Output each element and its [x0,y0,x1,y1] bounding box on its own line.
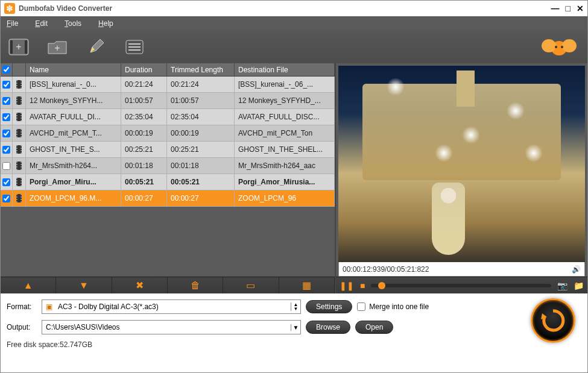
convert-button[interactable] [531,298,575,343]
row-checkbox[interactable] [2,130,10,137]
cell-trimmed: 00:00:27 [167,190,235,206]
move-up-button[interactable]: ▲ [1,277,56,293]
cell-trimmed: 00:05:21 [167,174,235,190]
table-row[interactable]: Porgi_Amor_Miru...00:05:2100:05:21Porgi_… [1,174,335,190]
format-type-icon: ▣ [42,302,55,311]
list-header: Name Duration Trimmed Length Destination… [1,63,335,77]
convert-icon [540,307,566,334]
cell-trimmed: 00:25:21 [167,142,235,157]
playback-time: 00:00:12:939/00:05:21:822 [343,265,429,274]
row-checkbox[interactable] [2,162,10,170]
cell-name: GHOST_IN_THE_S... [26,142,121,157]
cell-name: 12 Monkeys_SYFYH... [26,93,121,108]
row-checkbox[interactable] [2,97,10,105]
split-button[interactable]: ▦ [279,277,335,293]
stop-button[interactable]: ■ [360,281,365,290]
cell-name: AVATAR_FUULL_DI... [26,109,121,125]
window-title: Dumbofab Video Converter [19,4,551,13]
snapshot-button[interactable]: 📷 [557,281,567,290]
cell-destination: GHOST_IN_THE_SHEL... [235,142,335,157]
header-duration[interactable]: Duration [121,63,167,76]
cell-destination: Mr_MrsSmith-h264_aac [235,158,335,174]
cell-duration: 00:01:18 [121,158,167,174]
output-combo[interactable]: C:\Users\ASUS\Videos ▼ [42,320,301,334]
header-trimmed[interactable]: Trimmed Length [167,63,235,76]
table-row[interactable]: ZOOM_LPCM_96.M...00:00:2700:00:27ZOOM_LP… [1,190,335,207]
svg-point-10 [542,39,556,52]
settings-button[interactable]: Settings [306,300,352,313]
table-row[interactable]: 12 Monkeys_SYFYH...01:00:5701:00:5712 Mo… [1,93,335,109]
table-row[interactable]: AVATAR_FUULL_DI...02:35:0402:35:04AVATAR… [1,109,335,125]
output-dropdown-icon[interactable]: ▼ [291,324,300,331]
maximize-button[interactable]: □ [566,4,571,13]
svg-text:+: + [54,43,60,53]
title-bar: Dumbofab Video Converter — □ ✕ [1,1,587,16]
cell-name: Porgi_Amor_Miru... [26,174,121,190]
pencil-icon [87,38,105,56]
film-icon [16,178,22,186]
format-spinner[interactable]: ▲▼ [291,302,300,311]
format-combo[interactable]: ▣ AC3 - Dolby Digital AC-3(*.ac3) ▲▼ [42,299,301,314]
svg-rect-1 [10,40,13,54]
cell-trimmed: 00:01:18 [167,158,235,174]
list-view-button[interactable] [122,36,147,58]
menu-help[interactable]: Help [98,19,113,28]
app-logo-icon [4,3,15,14]
video-preview[interactable] [338,66,585,262]
menu-edit[interactable]: Edit [35,19,48,28]
row-checkbox[interactable] [2,195,10,202]
table-row[interactable]: [BSS]_kurenai_-_0...00:21:2400:21:24[BSS… [1,77,335,93]
clear-button[interactable]: 🗑 [168,277,223,293]
film-icon [16,80,22,89]
remove-button[interactable]: ✖ [112,277,168,293]
close-button[interactable]: ✕ [577,4,584,13]
info-button[interactable]: ▭ [223,277,279,293]
arrow-up-icon: ▲ [24,280,33,291]
add-folder-button[interactable]: + [45,36,69,58]
minimize-button[interactable]: — [551,4,560,13]
snapshot-folder-button[interactable]: 📁 [574,281,584,290]
seek-slider[interactable] [371,284,551,287]
file-list-panel: Name Duration Trimmed Length Destination… [1,63,336,293]
merge-checkbox[interactable] [357,302,365,311]
list-body: [BSS]_kurenai_-_0...00:21:2400:21:24[BSS… [1,77,335,277]
split-icon: ▦ [302,280,311,291]
move-down-button[interactable]: ▼ [56,277,112,293]
add-file-icon: + [8,39,29,55]
header-destination[interactable]: Destination File [235,63,335,76]
output-value: C:\Users\ASUS\Videos [42,323,291,331]
pause-button[interactable]: ❚❚ [340,281,354,290]
list-action-bar: ▲ ▼ ✖ 🗑 ▭ ▦ [1,277,335,293]
time-display-bar: 00:00:12:939/00:05:21:822 🔊 [338,262,585,277]
x-icon: ✖ [136,280,144,291]
header-name[interactable]: Name [26,63,121,76]
cell-duration: 01:00:57 [121,93,167,108]
menu-file[interactable]: File [7,19,18,28]
open-button[interactable]: Open [355,321,393,334]
edit-button[interactable] [84,36,108,58]
film-icon [16,194,22,202]
merge-label: Merge into one file [369,302,429,311]
cell-destination: ZOOM_LPCM_96 [235,190,335,206]
table-row[interactable]: AVCHD_mit_PCM_T...00:00:1900:00:19AVCHD_… [1,125,335,142]
browse-button[interactable]: Browse [306,321,350,334]
film-icon [16,96,22,105]
info-icon: ▭ [246,280,255,291]
cell-name: Mr_MrsSmith-h264... [26,158,121,174]
table-row[interactable]: Mr_MrsSmith-h264...00:01:1800:01:18Mr_Mr… [1,158,335,174]
row-checkbox[interactable] [2,81,10,89]
toolbar: + + [1,31,587,63]
row-checkbox[interactable] [2,178,10,186]
free-disk-space: Free disk space:52.747GB [7,340,581,349]
cell-trimmed: 02:35:04 [167,109,235,125]
header-check-all[interactable] [1,63,13,76]
row-checkbox[interactable] [2,146,10,154]
trash-icon: 🗑 [191,280,200,291]
arrow-down-icon: ▼ [79,280,89,291]
menu-tools[interactable]: Tools [65,19,81,28]
volume-icon[interactable]: 🔊 [572,265,581,274]
film-icon [16,129,22,137]
add-file-button[interactable]: + [7,36,31,58]
table-row[interactable]: GHOST_IN_THE_S...00:25:2100:25:21GHOST_I… [1,142,335,158]
row-checkbox[interactable] [2,113,10,121]
